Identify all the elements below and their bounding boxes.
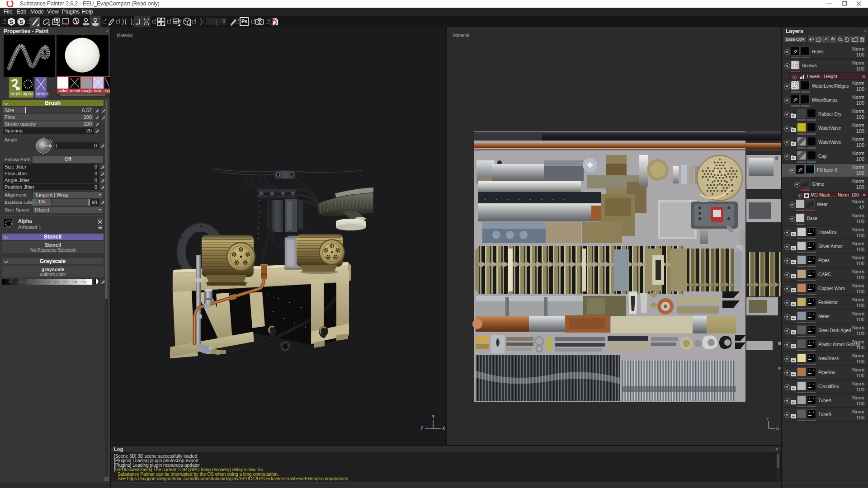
svg-text:Z: Z — [420, 426, 423, 431]
svg-text:0.2: 0.2 — [18, 281, 22, 284]
svg-text:v: v — [766, 416, 769, 421]
svg-text:u: u — [776, 426, 779, 431]
svg-text:0.4: 0.4 — [36, 281, 40, 284]
svg-text:S: S — [9, 19, 14, 25]
svg-text:0.7: 0.7 — [63, 281, 67, 284]
svg-text:S: S — [19, 19, 23, 25]
svg-text:Y: Y — [432, 414, 435, 419]
svg-text:0.8: 0.8 — [72, 281, 76, 284]
svg-text:X: X — [442, 426, 445, 431]
svg-text:0.1: 0.1 — [9, 281, 13, 284]
svg-text:0.9: 0.9 — [81, 281, 85, 284]
svg-text:0.3: 0.3 — [27, 281, 31, 284]
svg-text:0.6: 0.6 — [54, 281, 58, 284]
svg-text:0.5: 0.5 — [45, 281, 49, 284]
